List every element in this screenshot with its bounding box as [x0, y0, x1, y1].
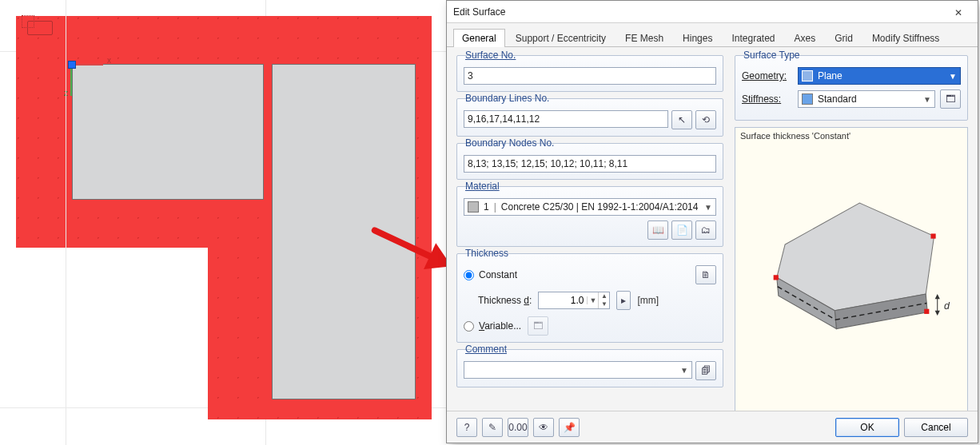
- cancel-button[interactable]: Cancel: [904, 418, 968, 437]
- svg-marker-7: [935, 294, 940, 299]
- comment-library-button[interactable]: 🗐: [695, 361, 716, 380]
- close-icon: ✕: [954, 7, 962, 18]
- thickness-step-button[interactable]: ▸: [616, 291, 631, 310]
- dialog-tabs: General Support / Eccentricity FE Mesh H…: [447, 23, 978, 47]
- comments-icon: 🗐: [701, 365, 711, 376]
- book-icon: 📖: [652, 224, 664, 236]
- preview-graphic-icon: d: [735, 128, 967, 411]
- stiffness-value: Standard: [818, 93, 857, 105]
- pick-lines-button[interactable]: ↖: [671, 110, 692, 129]
- material-select[interactable]: 1 | Concrete C25/30 | EN 1992-1-1:2004/A…: [464, 198, 716, 216]
- boundary-lines-input[interactable]: [464, 110, 668, 128]
- material-legend: Material: [464, 181, 501, 192]
- eye-icon: 👁: [539, 422, 548, 433]
- dialog-titlebar[interactable]: Edit Surface ✕: [447, 1, 978, 23]
- units-button[interactable]: 0.00: [508, 418, 528, 437]
- units-icon: 0.00: [508, 422, 527, 433]
- surface-no-input[interactable]: [464, 67, 716, 85]
- thickness-variable-radio[interactable]: Variable...: [464, 320, 521, 332]
- material-new-button[interactable]: 📄: [671, 221, 692, 240]
- geometry-swatch-icon: [802, 70, 813, 81]
- stepper-down-icon[interactable]: ▼: [598, 300, 609, 308]
- chevron-down-icon: ▼: [920, 95, 931, 104]
- help-icon: ?: [464, 422, 470, 433]
- thickness-d-unit: [mm]: [637, 295, 659, 306]
- svg-marker-8: [935, 311, 940, 316]
- model-origin-marker[interactable]: [68, 61, 76, 69]
- svg-rect-5: [924, 309, 929, 314]
- edit-icon: 🗔: [946, 93, 955, 105]
- tab-fe-mesh[interactable]: FE Mesh: [616, 29, 672, 47]
- folder-icon: 🗂: [701, 224, 711, 236]
- boundary-nodes-input[interactable]: [464, 155, 716, 173]
- thickness-variable-config-button: 🗔: [528, 316, 548, 336]
- svg-rect-4: [930, 233, 935, 238]
- refresh-icon: ⟲: [702, 114, 710, 125]
- variable-radio-label: Variable...: [479, 320, 521, 332]
- chevron-down-icon: ▼: [701, 203, 712, 212]
- stiffness-edit-button[interactable]: 🗔: [940, 89, 961, 109]
- left-column: Surface No. Boundary Lines No. ↖ ⟲ Boun: [456, 55, 723, 411]
- material-index: 1: [484, 201, 489, 213]
- tab-hinges[interactable]: Hinges: [674, 29, 721, 47]
- notes-button[interactable]: ✎: [482, 418, 503, 437]
- geometry-label: Geometry:: [742, 70, 793, 81]
- chevron-down-icon: ▼: [677, 366, 688, 375]
- stiffness-select[interactable]: Standard ▼: [798, 90, 935, 108]
- comment-legend: Comment: [464, 344, 508, 355]
- model-viewport[interactable]: [0, 0, 446, 445]
- cutout-region-a[interactable]: [72, 64, 264, 200]
- help-button[interactable]: ?: [456, 418, 477, 437]
- svg-text:d: d: [944, 300, 950, 312]
- thickness-constant-radio[interactable]: Constant: [464, 269, 517, 280]
- boundary-nodes-legend: Boundary Nodes No.: [464, 137, 556, 149]
- dialog-footer: ? ✎ 0.00 👁 📌 OK Cancel: [447, 411, 978, 443]
- stiffness-swatch-icon: [802, 93, 813, 105]
- axis-x-icon: [76, 64, 103, 66]
- group-thickness: Thickness Constant 🗎 Thickness d:: [456, 253, 723, 343]
- config-icon: 🗔: [533, 320, 543, 332]
- dialog-body: Surface No. Boundary Lines No. ↖ ⟲ Boun: [447, 47, 978, 416]
- material-value: Concrete C25/30 | EN 1992-1-1:2004/A1:20…: [501, 201, 699, 213]
- surface-preview: Surface thickness 'Constant': [735, 127, 968, 411]
- material-library-button[interactable]: 📖: [647, 221, 668, 240]
- tab-integrated[interactable]: Integrated: [723, 29, 783, 47]
- comment-input[interactable]: ▼: [464, 361, 692, 379]
- tab-support-eccentricity[interactable]: Support / Eccentricity: [507, 29, 615, 47]
- edit-surface-dialog: Edit Surface ✕ General Support / Eccentr…: [446, 0, 978, 443]
- tab-axes[interactable]: Axes: [786, 29, 825, 47]
- close-button[interactable]: ✕: [946, 6, 971, 18]
- stiffness-label: Stiffness:: [742, 93, 793, 105]
- group-surface-no: Surface No.: [456, 55, 723, 92]
- thickness-options-button[interactable]: 🗎: [695, 265, 716, 284]
- geometry-value: Plane: [818, 70, 843, 81]
- pencil-icon: ✎: [488, 422, 496, 433]
- group-comment: Comment ▼ 🗐: [456, 349, 723, 387]
- tab-modify-stiffness[interactable]: Modify Stiffness: [863, 29, 948, 47]
- selection-probe-icon: [27, 21, 53, 35]
- geometry-select[interactable]: Plane ▼: [798, 67, 961, 85]
- boundary-lines-legend: Boundary Lines No.: [464, 93, 551, 104]
- thickness-d-field[interactable]: [539, 292, 587, 308]
- cursor-pick-icon: ↖: [678, 114, 686, 125]
- group-boundary-nodes: Boundary Nodes No.: [456, 143, 723, 180]
- right-column: Surface Type Geometry: Plane ▼ Stiffness…: [735, 55, 968, 411]
- thickness-d-input[interactable]: ▼ ▲ ▼: [538, 292, 610, 309]
- dialog-title: Edit Surface: [453, 6, 946, 18]
- tab-grid[interactable]: Grid: [826, 29, 862, 47]
- material-swatch-icon: [468, 201, 479, 213]
- new-doc-icon: 📄: [676, 224, 688, 236]
- material-edit-button[interactable]: 🗂: [695, 221, 716, 240]
- view-button[interactable]: 👁: [533, 418, 554, 437]
- reload-lines-button[interactable]: ⟲: [695, 110, 716, 129]
- thickness-legend: Thickness: [464, 248, 510, 259]
- options-icon: 🗎: [701, 269, 711, 280]
- ok-button[interactable]: OK: [835, 418, 899, 437]
- stepper-up-icon[interactable]: ▲: [598, 292, 609, 300]
- surface-no-legend: Surface No.: [464, 50, 517, 61]
- chevron-down-icon[interactable]: ▼: [587, 296, 598, 304]
- svg-rect-3: [774, 275, 779, 280]
- tab-general[interactable]: General: [453, 29, 505, 47]
- pin-icon: 📌: [564, 422, 576, 433]
- pin-button[interactable]: 📌: [559, 418, 580, 437]
